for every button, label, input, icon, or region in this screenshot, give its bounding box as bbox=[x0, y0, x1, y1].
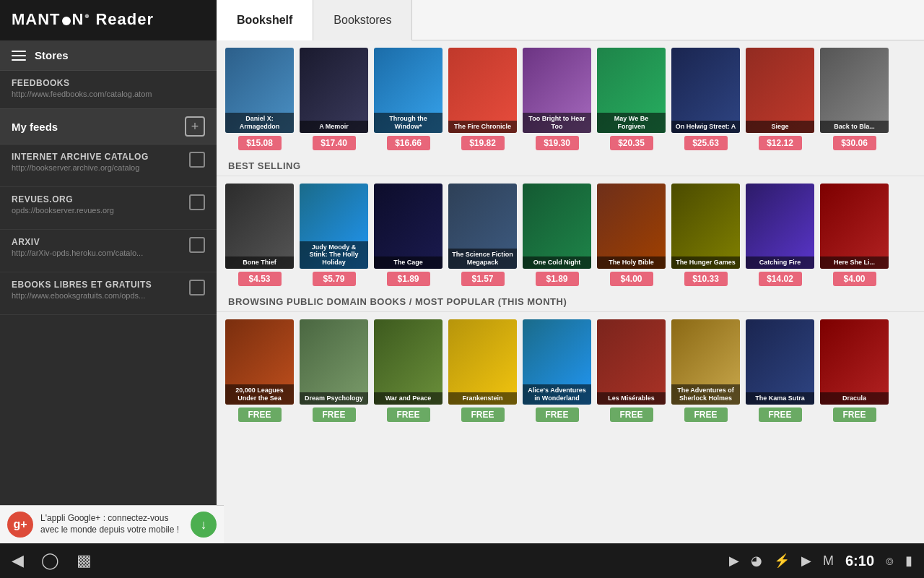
book-item[interactable]: On Helwig Street: A$25.63 bbox=[671, 48, 740, 150]
book-price: $15.08 bbox=[238, 136, 282, 150]
book-title: A Memoir bbox=[300, 121, 368, 133]
feeds-label: My feeds bbox=[12, 121, 58, 133]
public-domain-label: BROWSING PUBLIC DOMAIN BOOKS / MOST POPU… bbox=[217, 289, 924, 312]
feedbooks-title: FEEDBOOKS bbox=[12, 78, 205, 88]
book-item[interactable]: One Cold Night$1.89 bbox=[523, 184, 591, 286]
book-title: The Science Fiction Megapack bbox=[448, 249, 517, 269]
tab-bookstores[interactable]: Bookstores bbox=[313, 0, 412, 40]
book-price: $19.82 bbox=[461, 136, 505, 150]
best-selling-label: BEST SELLING bbox=[217, 153, 924, 176]
book-title: The Holy Bible bbox=[597, 256, 666, 269]
book-title: Alice's Adventures in Wonderland bbox=[523, 384, 591, 405]
clock: 6:10 bbox=[845, 553, 874, 569]
book-item[interactable]: Siege$12.12 bbox=[746, 48, 814, 150]
logo-text: MANTN● Reader bbox=[12, 10, 154, 29]
book-price: $16.66 bbox=[387, 136, 430, 150]
battery-icon: ▮ bbox=[905, 553, 912, 569]
home-nav-button[interactable]: ◯ bbox=[41, 551, 59, 570]
tab-bookshelf[interactable]: Bookshelf bbox=[217, 0, 313, 40]
book-title: Too Bright to Hear Too bbox=[523, 113, 591, 133]
book-price: $30.06 bbox=[833, 136, 876, 150]
add-feed-button[interactable]: + bbox=[185, 116, 205, 137]
book-title: The Cage bbox=[374, 256, 443, 269]
book-price: $1.57 bbox=[461, 272, 505, 286]
book-price: FREE bbox=[684, 407, 728, 422]
gplus-banner: g+ L'appli Google+ : connectez-vous avec… bbox=[0, 505, 224, 543]
book-price: FREE bbox=[387, 407, 430, 422]
book-item[interactable]: Bone Thief$4.53 bbox=[225, 184, 294, 286]
book-item[interactable]: Back to Bla...$30.06 bbox=[820, 48, 889, 150]
book-title: Through the Window* bbox=[374, 113, 443, 133]
book-item[interactable]: The Holy Bible$4.00 bbox=[597, 184, 666, 286]
book-title: Catching Fire bbox=[746, 256, 814, 269]
book-item[interactable]: The Hunger Games$10.33 bbox=[671, 184, 740, 286]
book-price: FREE bbox=[536, 407, 579, 422]
book-item[interactable]: Through the Window*$16.66 bbox=[374, 48, 443, 150]
book-title: May We Be Forgiven bbox=[597, 113, 666, 133]
android-icon: ◕ bbox=[751, 553, 762, 569]
recent-nav-button[interactable]: ▩ bbox=[77, 551, 92, 570]
sidebar-item-internet-archive[interactable]: INTERNET ARCHIVE CATALOG http://bookserv… bbox=[0, 144, 217, 187]
book-item[interactable]: The Science Fiction Megapack$1.57 bbox=[448, 184, 517, 286]
book-title: Here She Li... bbox=[820, 256, 889, 269]
ebooks-libres-title: EBOOKS LIBRES ET GRATUITS bbox=[12, 280, 182, 290]
gplus-download-button[interactable]: ↓ bbox=[191, 512, 217, 538]
book-item[interactable]: War and PeaceFREE bbox=[374, 319, 443, 422]
book-title: Les Misérables bbox=[597, 392, 666, 405]
book-price: $1.89 bbox=[536, 272, 579, 286]
book-item[interactable]: Dream PsychologyFREE bbox=[300, 319, 368, 422]
back-nav-button[interactable]: ◀ bbox=[12, 551, 24, 570]
book-item[interactable]: Les MisérablesFREE bbox=[597, 319, 666, 422]
book-item[interactable]: The Kama SutraFREE bbox=[746, 319, 814, 422]
arxiv-url: http://arXiv-opds.heroku.com/catalo... bbox=[12, 249, 182, 257]
feedbooks-catalog[interactable]: FEEDBOOKS http://www.feedbooks.com/catal… bbox=[0, 71, 217, 108]
book-item[interactable]: Alice's Adventures in WonderlandFREE bbox=[523, 319, 591, 422]
internet-archive-title: INTERNET ARCHIVE CATALOG bbox=[12, 152, 182, 162]
book-title: The Adventures of Sherlock Holmes bbox=[671, 384, 740, 405]
book-item[interactable]: FrankensteinFREE bbox=[448, 319, 517, 422]
arxiv-checkbox[interactable] bbox=[189, 237, 205, 253]
book-price: $10.33 bbox=[684, 272, 728, 286]
internet-archive-checkbox[interactable] bbox=[189, 152, 205, 168]
wifi-icon: ⌾ bbox=[886, 553, 894, 569]
main-content: Daniel X: Armageddon$15.08A Memoir$17.40… bbox=[217, 40, 924, 543]
ebooks-libres-checkbox[interactable] bbox=[189, 280, 205, 296]
book-price: FREE bbox=[833, 407, 876, 422]
sidebar-item-ebooks-libres[interactable]: EBOOKS LIBRES ET GRATUITS http://www.ebo… bbox=[0, 272, 217, 315]
book-item[interactable]: The Adventures of Sherlock HolmesFREE bbox=[671, 319, 740, 422]
book-title: Bone Thief bbox=[225, 256, 294, 269]
book-item[interactable]: Judy Moody & Stink: The Holly Holiday$5.… bbox=[300, 184, 368, 286]
book-title: The Fire Chronicle bbox=[448, 121, 517, 133]
sidebar-item-revues[interactable]: REVUES.ORG opds://bookserver.revues.org bbox=[0, 187, 217, 230]
public-domain-row: 20,000 Leagues Under the SeaFREEDream Ps… bbox=[217, 316, 924, 425]
book-item[interactable]: The Fire Chronicle$19.82 bbox=[448, 48, 517, 150]
book-item[interactable]: DraculaFREE bbox=[820, 319, 889, 422]
sidebar: Stores FEEDBOOKS http://www.feedbooks.co… bbox=[0, 40, 217, 543]
book-item[interactable]: A Memoir$17.40 bbox=[300, 48, 368, 150]
nav-buttons: ◀ ◯ ▩ bbox=[12, 551, 92, 570]
book-item[interactable]: May We Be Forgiven$20.35 bbox=[597, 48, 666, 150]
internet-archive-url: http://bookserver.archive.org/catalog bbox=[12, 163, 182, 172]
sidebar-stores-header: Stores bbox=[0, 40, 217, 71]
book-item[interactable]: Here She Li...$4.00 bbox=[820, 184, 889, 286]
revues-checkbox[interactable] bbox=[189, 194, 205, 210]
book-item[interactable]: 20,000 Leagues Under the SeaFREE bbox=[225, 319, 294, 422]
book-title: Daniel X: Armageddon bbox=[225, 113, 294, 133]
book-price: $1.89 bbox=[387, 272, 430, 286]
book-item[interactable]: Daniel X: Armageddon$15.08 bbox=[225, 48, 294, 150]
book-item[interactable]: Catching Fire$14.02 bbox=[746, 184, 814, 286]
book-title: The Kama Sutra bbox=[746, 392, 814, 405]
book-item[interactable]: The Cage$1.89 bbox=[374, 184, 443, 286]
main-layout: Stores FEEDBOOKS http://www.feedbooks.co… bbox=[0, 40, 924, 543]
book-title: Frankenstein bbox=[448, 392, 517, 405]
hamburger-menu-icon[interactable] bbox=[12, 51, 26, 61]
book-price: FREE bbox=[461, 407, 505, 422]
book-price: FREE bbox=[238, 407, 282, 422]
book-price: $20.35 bbox=[610, 136, 653, 150]
book-item[interactable]: Too Bright to Hear Too$19.30 bbox=[523, 48, 591, 150]
book-title: Judy Moody & Stink: The Holly Holiday bbox=[300, 241, 368, 269]
book-title: Siege bbox=[746, 121, 814, 133]
top-books-row: Daniel X: Armageddon$15.08A Memoir$17.40… bbox=[217, 45, 924, 153]
sidebar-item-arxiv[interactable]: ARXIV http://arXiv-opds.heroku.com/catal… bbox=[0, 230, 217, 272]
book-title: The Hunger Games bbox=[671, 256, 740, 269]
